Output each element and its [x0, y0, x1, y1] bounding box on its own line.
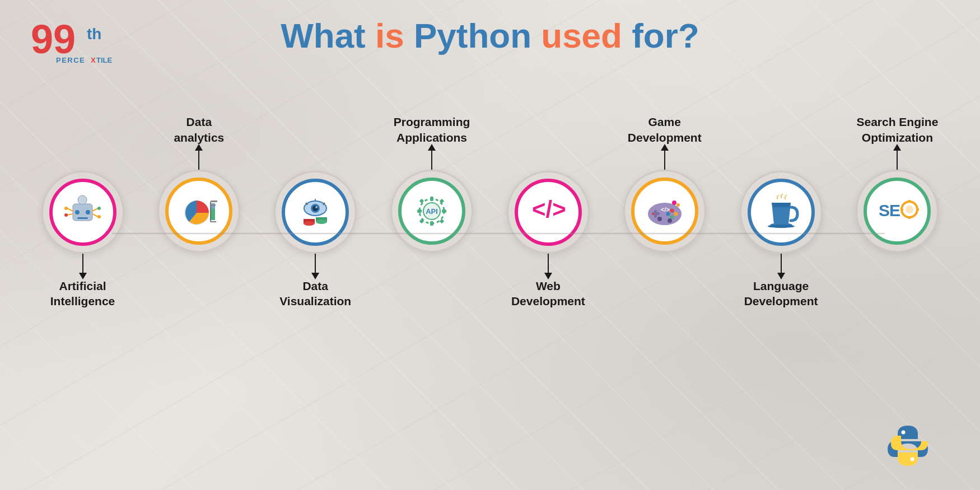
arrow-up-analytics	[198, 148, 199, 170]
svg-rect-42	[417, 209, 422, 213]
circle-inner-web: </>	[515, 179, 582, 246]
circle-inner-game: </>	[631, 178, 698, 245]
circle-language	[740, 171, 823, 254]
svg-rect-68	[908, 200, 911, 203]
analytics-icon	[177, 189, 221, 233]
circle-analytics	[157, 170, 240, 253]
circle-seo: SE	[856, 170, 939, 253]
item-language: LanguageDevelopment	[726, 109, 836, 309]
circle-ai	[41, 171, 124, 254]
svg-line-12	[92, 214, 98, 217]
title-python: Python	[414, 16, 541, 55]
svg-rect-40	[430, 197, 433, 201]
arrow-up-game	[664, 148, 665, 170]
arrow-down-language	[781, 254, 782, 275]
label-programming: ProgrammingApplications	[394, 109, 470, 148]
svg-point-37	[316, 220, 327, 224]
svg-point-15	[97, 207, 101, 210]
svg-rect-24	[211, 204, 216, 206]
svg-point-16	[97, 215, 101, 218]
label-language: LanguageDevelopment	[744, 275, 818, 309]
circle-inner-dataviz	[282, 179, 349, 246]
circle-inner-analytics	[165, 178, 232, 245]
circle-programming: API	[390, 170, 473, 253]
svg-rect-71	[916, 208, 919, 211]
item-web: </> WebDevelopment	[493, 109, 603, 309]
svg-point-62	[676, 203, 680, 207]
svg-rect-52	[654, 210, 657, 218]
svg-rect-43	[442, 209, 446, 213]
title-used: used	[541, 16, 632, 55]
circle-inner-ai	[49, 179, 116, 246]
svg-text:SE: SE	[879, 201, 900, 220]
circle-dataviz	[274, 171, 357, 254]
title-for: for?	[632, 16, 699, 55]
circle-inner-programming: API	[398, 178, 465, 245]
main-title: What is Python used for?	[0, 17, 980, 55]
item-seo: Search EngineOptimization SE	[843, 109, 952, 311]
svg-point-67	[906, 206, 913, 213]
svg-point-64	[768, 225, 795, 228]
svg-line-11	[92, 208, 98, 211]
arrow-down-web	[548, 254, 549, 275]
title-is: is	[375, 16, 414, 55]
circle-inner-seo: SE	[864, 178, 931, 245]
svg-rect-44	[419, 199, 424, 203]
svg-point-34	[304, 221, 315, 226]
page: 99 th PERCE X TILE What is Python used f…	[0, 0, 980, 490]
item-data-viz: DataVisualization	[261, 109, 370, 309]
svg-point-58	[668, 218, 672, 223]
svg-point-73	[902, 431, 906, 435]
svg-text:X: X	[91, 56, 96, 64]
label-ai: ArtificialIntelligence	[50, 275, 115, 309]
python-logo	[883, 421, 932, 470]
svg-point-28	[315, 206, 318, 208]
svg-line-9	[67, 208, 73, 211]
svg-point-57	[657, 217, 662, 221]
svg-point-13	[64, 207, 68, 210]
svg-text:PERCE: PERCE	[56, 56, 85, 64]
label-game: GameDevelopment	[628, 109, 702, 148]
svg-point-8	[86, 210, 90, 214]
label-dataviz: DataVisualization	[279, 275, 351, 309]
item-game: GameDevelopment	[610, 109, 719, 311]
svg-rect-69	[908, 216, 911, 219]
game-icon: </>	[642, 188, 688, 234]
svg-point-7	[75, 210, 80, 214]
svg-point-60	[652, 213, 654, 215]
circle-web: </>	[507, 171, 590, 254]
seo-icon: SE	[874, 188, 920, 234]
svg-point-54	[674, 212, 678, 216]
svg-rect-17	[77, 217, 88, 219]
circle-game: </>	[623, 170, 706, 253]
svg-point-74	[911, 458, 914, 461]
label-web: WebDevelopment	[511, 275, 585, 309]
arrow-down-dataviz	[315, 254, 316, 275]
item-ai: ArtificialIntelligence	[28, 109, 137, 309]
svg-point-6	[78, 195, 87, 204]
label-data-analytics: Dataanalytics	[174, 109, 224, 148]
circle-inner-language	[748, 179, 815, 246]
svg-text:</>: </>	[661, 206, 670, 213]
svg-point-27	[312, 206, 318, 211]
svg-point-14	[64, 213, 68, 217]
item-programming: ProgrammingApplications	[377, 109, 487, 311]
svg-rect-41	[430, 221, 433, 226]
svg-point-61	[672, 200, 676, 205]
svg-text:</>: </>	[532, 196, 566, 222]
item-data-analytics: Dataanalytics	[144, 109, 254, 311]
svg-rect-70	[900, 208, 903, 211]
svg-point-53	[670, 209, 674, 213]
arrow-down-ai	[82, 254, 83, 275]
svg-line-10	[67, 214, 73, 215]
arrow-up-programming	[431, 148, 432, 170]
svg-rect-45	[440, 219, 444, 223]
label-seo: Search EngineOptimization	[856, 109, 938, 148]
web-icon: </>	[526, 190, 570, 234]
svg-rect-23	[211, 200, 217, 202]
svg-text:TILE: TILE	[96, 56, 112, 64]
java-icon	[759, 190, 803, 234]
items-container: ArtificialIntelligence Dataanalytics	[28, 109, 952, 311]
title-what: What	[281, 16, 375, 55]
api-icon: API	[410, 189, 454, 233]
